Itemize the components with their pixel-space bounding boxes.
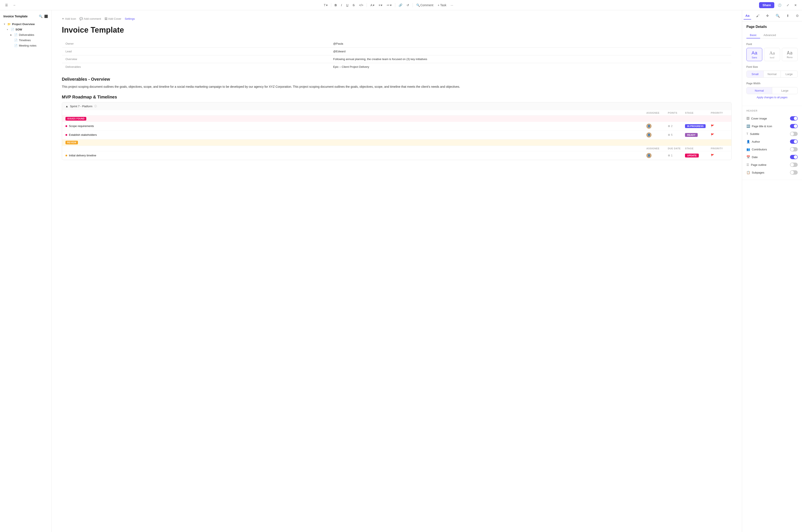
sidebar-item-sow[interactable]: ▾ 📄 SOW [0, 27, 51, 32]
sidebar-title: Invoice Template [3, 15, 28, 18]
avatar: 👤 [646, 132, 652, 137]
paint-panel-button[interactable]: 🖌 [754, 12, 761, 20]
tab-advanced[interactable]: Advanced [760, 32, 780, 38]
menu-button[interactable]: ☰ [3, 3, 10, 8]
italic-button[interactable]: I [340, 3, 344, 8]
subtitle-toggle[interactable] [790, 132, 798, 136]
undo-history-button[interactable]: 🕐 [776, 3, 783, 8]
sidebar-item-meeting-notes[interactable]: ▶ 📄 Meeting notes [0, 43, 51, 48]
share-button[interactable]: Share [759, 2, 774, 8]
sidebar-item-label: SOW [16, 28, 22, 31]
sidebar-header-icons: 🔍 ⬛ [39, 15, 48, 18]
chevron-icon: ▶ [10, 34, 13, 36]
width-large[interactable]: Large [772, 87, 798, 94]
link-button[interactable]: 🔗 [397, 3, 404, 8]
size-small[interactable]: Small [747, 71, 764, 77]
sidebar-item-project-overview[interactable]: ▼ 📁 Project Overview [0, 21, 51, 27]
contributors-toggle[interactable] [790, 147, 798, 151]
points-cell: ⚙ 1 [668, 154, 685, 157]
add-cover-button[interactable]: 🖼 Add Cover [105, 17, 121, 20]
width-normal[interactable]: Normal [747, 87, 772, 94]
sprint-group-review: REVIEW [62, 139, 731, 146]
sprint-group-issues: ISSUES FOUND [62, 116, 731, 122]
page-details-title: Page Details [746, 25, 798, 29]
sidebar-search-icon[interactable]: 🔍 [39, 15, 42, 18]
underline-button[interactable]: U [345, 3, 350, 8]
code-button[interactable]: </> [357, 3, 365, 8]
property-value[interactable]: @Paula [330, 40, 731, 48]
page-outline-toggle[interactable] [790, 163, 798, 167]
add-icon-button[interactable]: ✦ Add Icon [62, 17, 76, 20]
more-button[interactable]: ··· [449, 3, 455, 8]
toggle-label-date: 📅 Date [746, 155, 758, 159]
bold-button[interactable]: B [333, 3, 339, 8]
size-normal[interactable]: Normal [764, 71, 781, 77]
size-large[interactable]: Large [781, 71, 798, 77]
date-toggle[interactable] [790, 155, 798, 159]
toolbar: ☰ ← T ▾ B I U S </> A ▾ ≡ ▾ ≔ ▾ 🔗 ↺ 🔍 Co… [0, 0, 802, 10]
priority-flag: 🚩 [711, 125, 728, 128]
sidebar-item-timelines[interactable]: ▶ 📄 Timelines [0, 38, 51, 43]
sidebar-item-label: Meeting notes [19, 44, 36, 47]
font-option-serif[interactable]: Aa Serif [764, 48, 780, 61]
author-toggle[interactable] [790, 139, 798, 144]
property-key: Lead [62, 48, 330, 55]
comment-button[interactable]: 🔍 Comment [415, 3, 435, 8]
font-color-button[interactable]: A ▾ [369, 3, 376, 8]
col-title [66, 147, 646, 150]
property-value[interactable]: Epic – Client Project Delivery [330, 63, 731, 71]
toggle-row-date: 📅 Date [746, 153, 798, 161]
back-button[interactable]: ← [12, 3, 18, 8]
tab-basic[interactable]: Basic [746, 32, 760, 38]
add-comment-button[interactable]: 💬 Add comment [79, 17, 101, 20]
toggle-label-page-outline: ☰ Page outline [746, 163, 766, 167]
col-assignee: ASSIGNEE [646, 147, 668, 150]
expand-button[interactable]: ⤢ [785, 3, 791, 8]
page-title-icon-toggle[interactable] [790, 124, 798, 128]
subpages-toggle[interactable] [790, 170, 798, 175]
sprint-collapse-icon[interactable]: ▲ [66, 105, 68, 108]
font-option-mono[interactable]: Aa Mono [782, 48, 798, 61]
list-button[interactable]: ≔ ▾ [385, 3, 393, 8]
col-stage: STAGE [685, 112, 711, 114]
sidebar-layout-icon[interactable]: ⬛ [44, 15, 48, 18]
sprint-row-2[interactable]: Establish stakeholders 👤 ⚙ 5 READY 🚩 [62, 131, 731, 139]
history-button[interactable]: ↺ [405, 3, 411, 8]
table-row: Lead @Edward [62, 48, 732, 55]
section-heading-2: MVP Roadmap & Timelines [62, 95, 732, 99]
share-panel-button[interactable]: ⬆ [785, 12, 791, 20]
sprint-block: ▲ Sprint 7 - Platform ⓘ ASSIGNEE POINTS … [62, 102, 732, 160]
right-panel-icon-row: Aa 🖌 ❖ 🔍 ⬆ ⚙ [742, 10, 802, 21]
settings-link[interactable]: Settings [125, 17, 135, 20]
cover-image-toggle[interactable] [790, 116, 798, 120]
doc-icon: 📄 [11, 28, 14, 31]
text-format-button[interactable]: T ▾ [322, 3, 329, 8]
search-panel-button[interactable]: 🔍 [774, 12, 782, 20]
stage-badge: READY [685, 133, 698, 137]
sprint-task-name: Establish stakeholders [69, 133, 97, 136]
font-preview-serif: Aa [766, 50, 778, 56]
task-button[interactable]: + Task [436, 3, 448, 8]
text-format-panel-button[interactable]: Aa [744, 12, 751, 20]
strikethrough-button[interactable]: S [351, 3, 356, 8]
sidebar-item-deliverables[interactable]: ▶ 📄 Deliverables [0, 32, 51, 38]
sprint-row-3[interactable]: Initial delivery timeline 👤 ⚙ 1 UPDATE 🚩 [62, 151, 731, 160]
settings-panel-button[interactable]: ⚙ [794, 12, 801, 20]
font-label-mono: Mono [784, 56, 796, 59]
date-icon: 📅 [746, 155, 750, 159]
property-value[interactable]: @Edward [330, 48, 731, 55]
cover-image-icon: 🖼 [746, 117, 749, 120]
align-button[interactable]: ≡ ▾ [377, 3, 384, 8]
font-option-sans[interactable]: Aa Sans [746, 48, 762, 61]
header-section: HEADER 🖼 Cover image 🔤 Page title & Icon [742, 106, 802, 180]
sidebar-header: Invoice Template 🔍 ⬛ [0, 13, 51, 20]
layout-panel-button[interactable]: ❖ [764, 12, 771, 20]
subtitle-label: Subtitle [750, 132, 759, 136]
sprint-row-1[interactable]: Scope requirements 👤 ⚙ 2 IN PROGRESS 🚩 [62, 122, 731, 131]
priority-dot [66, 125, 67, 127]
close-button[interactable]: ✕ [792, 3, 799, 8]
table-row: Owner @Paula [62, 40, 732, 48]
property-value[interactable]: Following annual planning, the creative … [330, 55, 731, 63]
separator-3 [395, 3, 395, 7]
apply-changes-link[interactable]: Apply changes to all pages [746, 96, 798, 99]
